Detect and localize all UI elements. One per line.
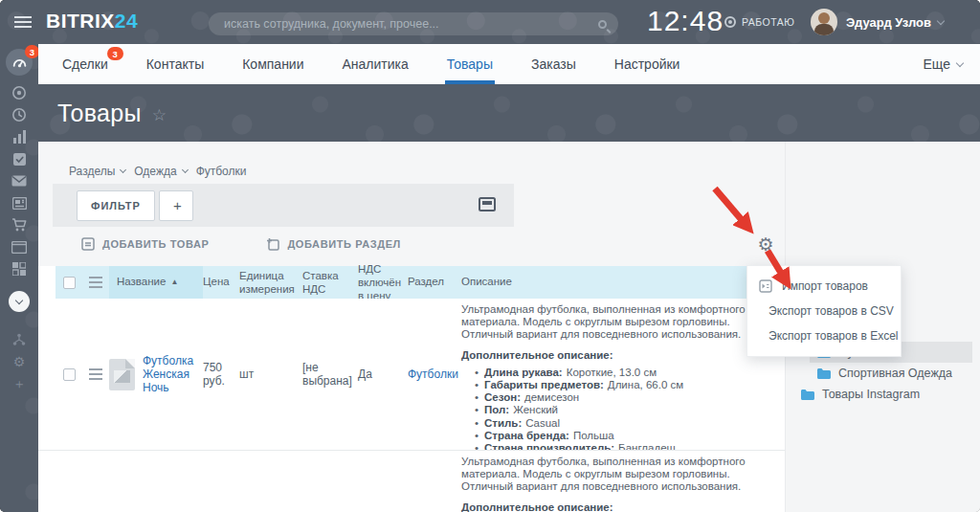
browser-window-icon[interactable] (11, 239, 28, 255)
product-section-link[interactable]: Футболки (408, 367, 458, 381)
table-toolbar: ДОБАВИТЬ ТОВАР ДОБАВИТЬ РАЗДЕЛ (81, 237, 401, 251)
bitrix24-logo[interactable]: BITRIX24 (46, 10, 138, 33)
search-input[interactable] (224, 17, 598, 31)
user-name: Эдуард Узлов (846, 15, 931, 30)
product-thumbnail[interactable] (109, 359, 135, 390)
column-header-vat-included[interactable]: НДС включён в цену (358, 266, 408, 299)
add-section-button[interactable]: ДОБАВИТЬ РАЗДЕЛ (266, 237, 400, 251)
product-vat-included: Да (358, 367, 372, 381)
breadcrumb: Разделы Одежда Футболки (69, 165, 246, 178)
attribute-item: •Сезон:демисезон (461, 391, 579, 404)
add-product-icon (81, 237, 95, 251)
user-menu[interactable]: Эдуард Узлов (846, 15, 944, 30)
board-view-icon[interactable] (479, 197, 496, 215)
user-avatar[interactable] (811, 9, 837, 35)
tab-products[interactable]: Товары (447, 44, 493, 84)
page-header: Товары ☆ (38, 84, 980, 142)
folder-icon (817, 368, 831, 379)
mail-icon[interactable] (11, 173, 28, 189)
chevron-down-icon (182, 166, 189, 172)
table-row: Футболка Женская Ночь 750 руб. шт [не вы… (38, 299, 785, 450)
add-filter-button[interactable]: + (159, 190, 193, 221)
products-table: Название ▲ Цена Единица измерения Ставка… (38, 266, 785, 512)
news-icon[interactable] (11, 195, 28, 211)
hamburger-menu-icon[interactable] (14, 16, 32, 28)
menu-item-export-csv[interactable]: Экспорт товаров в CSV (747, 299, 901, 323)
description-intro: Ультрамодная футболка, выполненная из ко… (461, 456, 779, 494)
tab-orders[interactable]: Заказы (531, 44, 576, 84)
drag-handle-icon (89, 277, 102, 288)
sitemap-icon[interactable] (11, 332, 28, 347)
apps-grid-icon[interactable] (11, 261, 28, 277)
add-product-button[interactable]: ДОБАВИТЬ ТОВАР (81, 237, 209, 251)
crm-nav-bar: Сделки 3 Контакты Компании Аналитика Тов… (38, 44, 980, 84)
left-icon-rail: 3 ⚙ (0, 44, 38, 512)
collapse-menu-icon[interactable] (9, 291, 30, 312)
column-header-unit[interactable]: Единица измерения (239, 266, 302, 299)
logo-text-accent: 24 (115, 10, 138, 32)
nav-more-menu[interactable]: Еще (924, 44, 964, 84)
work-status[interactable]: РАБОТАЮ (724, 16, 794, 28)
breadcrumb-sections[interactable]: Разделы (69, 165, 125, 178)
global-search (209, 12, 618, 35)
drag-handle-icon[interactable] (89, 368, 102, 380)
select-all-checkbox[interactable] (63, 277, 76, 289)
status-record-icon (724, 16, 736, 28)
favorite-star-icon[interactable]: ☆ (152, 105, 167, 125)
clock-icon[interactable] (11, 107, 28, 122)
tab-analytics[interactable]: Аналитика (343, 44, 409, 84)
tree-item-sportswear[interactable]: Спортивная Одежда (810, 363, 972, 384)
sort-asc-icon: ▲ (170, 277, 178, 288)
grid-settings-gear-icon[interactable]: ⚙ (754, 234, 777, 256)
column-header-vat-rate[interactable]: Ставка НДС (302, 266, 358, 299)
chevron-down-icon (937, 17, 945, 25)
rail-settings-gear-icon[interactable]: ⚙ (11, 354, 28, 369)
chevron-down-icon (120, 166, 126, 172)
pulse-feed-icon[interactable]: 3 (6, 49, 33, 76)
gear-context-menu: Импорт товаров Экспорт товаров в CSV Экс… (746, 265, 902, 357)
product-description: Ультрамодная футболка, выполненная из ко… (461, 299, 785, 450)
attribute-item: •Стиль:Casual (461, 417, 560, 430)
page-title: Товары (57, 100, 142, 127)
add-plus-icon[interactable]: ＋ (11, 376, 28, 391)
tab-settings[interactable]: Настройки (614, 44, 680, 84)
search-icon[interactable] (598, 20, 607, 29)
column-header-section[interactable]: Раздел (408, 266, 461, 299)
status-label: РАБОТАЮ (742, 16, 794, 28)
attribute-item: •Пол:Женский (461, 404, 558, 416)
product-description: Ультрамодная футболка, выполненная из ко… (461, 451, 785, 512)
product-vat-rate: [не выбрана] (302, 361, 352, 388)
bar-chart-icon[interactable] (11, 129, 28, 145)
row-checkbox[interactable] (63, 368, 76, 381)
attribute-item: •Длина рукава:Короткие, 13.0 см (461, 367, 657, 379)
tab-contacts[interactable]: Контакты (146, 44, 204, 84)
import-icon (759, 279, 772, 293)
top-bar: BITRIX24 12:48 РАБОТАЮ Эдуард Узлов (0, 0, 980, 44)
work-clock[interactable]: 12:48 (647, 5, 724, 37)
breadcrumb-tshirts[interactable]: Футболки (196, 165, 247, 178)
breadcrumb-clothing[interactable]: Одежда (134, 165, 187, 178)
column-header-name[interactable]: Название ▲ (109, 266, 203, 299)
pulse-badge: 3 (25, 45, 39, 58)
column-header-price[interactable]: Цена (203, 266, 239, 299)
add-section-icon (266, 237, 279, 251)
description-subtitle: Дополнительное описание: (461, 501, 613, 512)
folder-icon (801, 390, 814, 400)
column-header-description[interactable]: Описание (461, 266, 785, 299)
menu-item-export-excel[interactable]: Экспорт товаров в Excel (747, 323, 901, 348)
filter-bar: ФИЛЬТР + (53, 184, 514, 227)
chevron-down-icon (956, 58, 964, 66)
target-icon[interactable] (11, 85, 28, 100)
product-unit: шт (239, 367, 254, 381)
filter-button[interactable]: ФИЛЬТР (77, 190, 155, 221)
tasks-icon[interactable] (11, 151, 28, 167)
logo-text-primary: BITRIX (46, 10, 115, 32)
attribute-item: •Габариты предметов:Длина, 66.0 см (461, 379, 683, 391)
tab-deals[interactable]: Сделки 3 (62, 44, 108, 84)
cart-icon[interactable] (11, 217, 28, 233)
menu-item-import-products[interactable]: Импорт товаров (747, 274, 901, 299)
table-row: Ультрамодная футболка, выполненная из ко… (38, 450, 785, 512)
tree-item-instagram-products[interactable]: Товары Instagram (793, 384, 972, 405)
tab-companies[interactable]: Компании (242, 44, 303, 84)
product-name-link[interactable]: Футболка Женская Ночь (143, 354, 197, 394)
